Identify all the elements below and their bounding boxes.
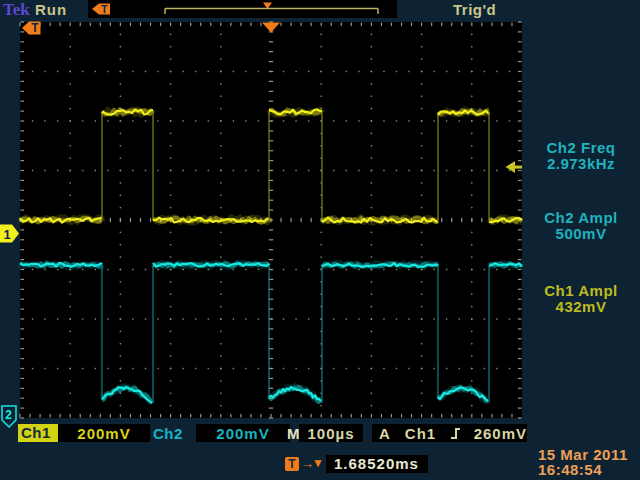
measurement-value: 432mV: [522, 299, 640, 315]
datetime-display: 15 Mar 2011 16:48:54: [538, 447, 628, 477]
trigger-mode-label: A: [379, 425, 391, 442]
measurement-label: Ch2 Ampl: [522, 210, 640, 226]
marker-triangle-icon: ▼: [312, 456, 324, 470]
trigger-level-value: 260mV: [474, 425, 527, 442]
measurement-ch2-freq: Ch2 Freq 2.973kHz: [522, 140, 640, 172]
ch1-ground-marker: 1: [0, 225, 19, 243]
trigger-status: Trig'd: [453, 1, 496, 18]
svg-text:2: 2: [5, 408, 12, 422]
ch1-scale-readout: 200mV: [58, 424, 150, 442]
ch2-scale-readout: 200mV: [196, 424, 290, 442]
measurement-value: 2.973kHz: [522, 156, 640, 172]
timebase-readout: 100µs: [299, 424, 363, 442]
date-text: 15 Mar 2011: [538, 447, 628, 462]
rising-edge-icon: [450, 426, 459, 441]
ch2-scale-value: 200mV: [216, 425, 269, 442]
timebase-label: M: [287, 425, 300, 442]
trigger-source: Ch1: [405, 425, 436, 442]
timebase-value: 100µs: [307, 425, 354, 442]
ch2-channel-label: Ch2: [153, 425, 183, 442]
ch1-scale-value: 200mV: [77, 425, 130, 442]
trigger-delay-readout: 1.68520ms: [326, 455, 428, 473]
ch1-channel-badge: Ch1: [18, 424, 58, 442]
acquisition-bar-background: [88, 0, 397, 18]
time-text: 16:48:54: [538, 462, 628, 477]
svg-text:1: 1: [4, 227, 11, 242]
trigger-delay-icon: T: [285, 457, 299, 471]
graticule-background: [20, 22, 522, 418]
acquisition-status: Run: [35, 1, 67, 18]
measurement-label: Ch1 Ampl: [522, 283, 640, 299]
measurement-ch2-ampl: Ch2 Ampl 500mV: [522, 210, 640, 242]
measurement-value: 500mV: [522, 226, 640, 242]
trigger-readout: A Ch1 260mV: [372, 424, 527, 442]
measurement-ch1-ampl: Ch1 Ampl 432mV: [522, 283, 640, 315]
measurement-label: Ch2 Freq: [522, 140, 640, 156]
oscilloscope-screen: Tek Run Trig'd T T: [0, 0, 640, 480]
tek-logo: Tek: [3, 0, 30, 20]
ch2-ground-marker: 2: [2, 406, 16, 427]
